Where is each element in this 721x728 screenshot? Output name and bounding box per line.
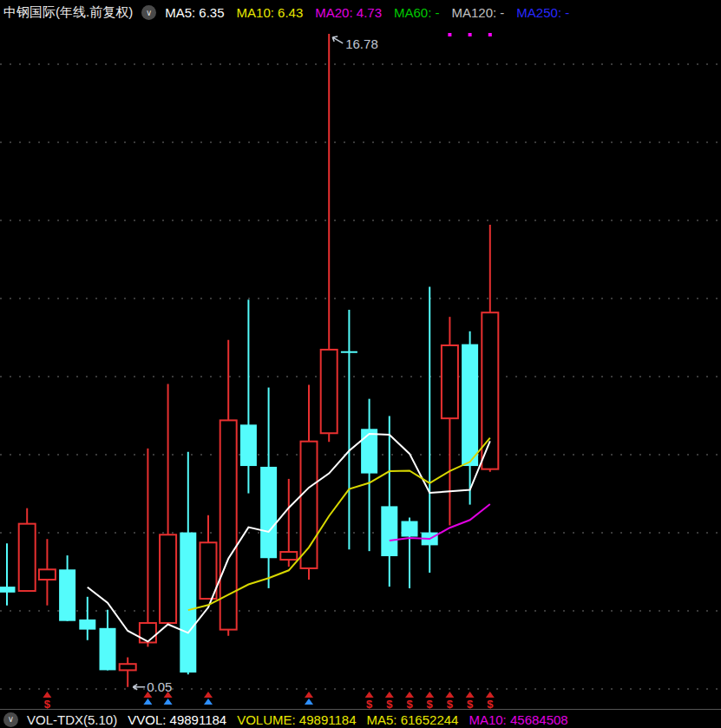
volume-ma5-value: MA5: 61652244 [367, 712, 459, 727]
candlestick[interactable] [301, 384, 318, 580]
event-triangle-marker[interactable] [204, 692, 213, 705]
dividend-dollar-marker[interactable]: $ [445, 692, 454, 711]
candlestick[interactable] [280, 479, 297, 567]
vvol-value: VVOL: 49891184 [128, 712, 226, 727]
volume-ma10-value: MA10: 45684508 [469, 712, 567, 727]
volume-value: VOLUME: 49891184 [237, 712, 356, 727]
chevron-down-icon[interactable]: ∨ [3, 712, 18, 727]
candlestick[interactable] [120, 658, 136, 687]
candlestick[interactable] [341, 310, 357, 549]
high-price-label: 16.78 [345, 36, 378, 51]
price-gridlines [0, 64, 721, 689]
candlestick[interactable] [39, 539, 56, 606]
candlestick[interactable] [422, 287, 438, 573]
candlestick[interactable] [140, 449, 156, 647]
ma10-label: MA10: 6.43 [237, 5, 304, 20]
ma60-label: MA60: - [394, 5, 440, 20]
dividend-dollar-marker[interactable]: $ [405, 692, 414, 711]
candlestick[interactable] [462, 331, 478, 505]
dividend-dollar-marker[interactable]: $ [365, 692, 374, 711]
dividend-dollar-marker[interactable]: $ [43, 692, 51, 711]
candlestick[interactable] [200, 515, 217, 600]
candlestick-chart[interactable]: $$$$$$$$16.780.05 [0, 0, 721, 728]
top-dots [448, 33, 491, 36]
dividend-dollar-marker[interactable]: $ [385, 692, 394, 711]
candlestick[interactable] [160, 384, 176, 623]
candlestick[interactable] [240, 299, 257, 493]
ma120-label: MA120: - [452, 5, 505, 20]
candlestick[interactable] [79, 597, 95, 640]
stock-chart-window: $$$$$$$$16.780.05 中钢国际(年线.前复权) ∨ MA5: 6.… [0, 0, 721, 728]
candlestick[interactable] [442, 317, 458, 525]
volume-indicator-bar: ∨ VOL-TDX(5.10) VVOL: 49891184 VOLUME: 4… [0, 709, 721, 728]
candlestick[interactable] [59, 555, 75, 621]
stock-title: 中钢国际(年线.前复权) [3, 4, 133, 21]
candlestick[interactable] [100, 610, 116, 671]
ma20-label: MA20: 4.73 [315, 5, 382, 20]
low-price-label: 0.05 [147, 679, 172, 694]
volume-indicator-label: VOL-TDX(5.10) [27, 712, 117, 727]
candlestick[interactable] [19, 508, 36, 591]
ma5-label: MA5: 6.35 [165, 5, 224, 20]
dividend-dollar-marker[interactable]: $ [466, 692, 475, 711]
candlestick[interactable] [482, 225, 498, 472]
candlestick[interactable] [260, 388, 277, 588]
candlestick[interactable] [361, 399, 377, 552]
ma250-label: MA250: - [516, 5, 569, 20]
event-markers[interactable]: $$$$$$$$ [43, 692, 494, 711]
event-triangle-marker[interactable] [305, 692, 313, 705]
indicator-header-bar: 中钢国际(年线.前复权) ∨ MA5: 6.35 MA10: 6.43 MA20… [0, 0, 721, 25]
candlestick[interactable] [180, 452, 196, 675]
candlestick[interactable] [0, 543, 16, 606]
candles-group[interactable] [0, 34, 498, 687]
candlestick[interactable] [321, 34, 338, 442]
chevron-down-icon[interactable]: ∨ [141, 5, 156, 20]
dividend-dollar-marker[interactable]: $ [486, 692, 495, 711]
dividend-dollar-marker[interactable]: $ [425, 692, 434, 711]
candlestick[interactable] [402, 517, 418, 587]
candlestick[interactable] [381, 416, 397, 587]
